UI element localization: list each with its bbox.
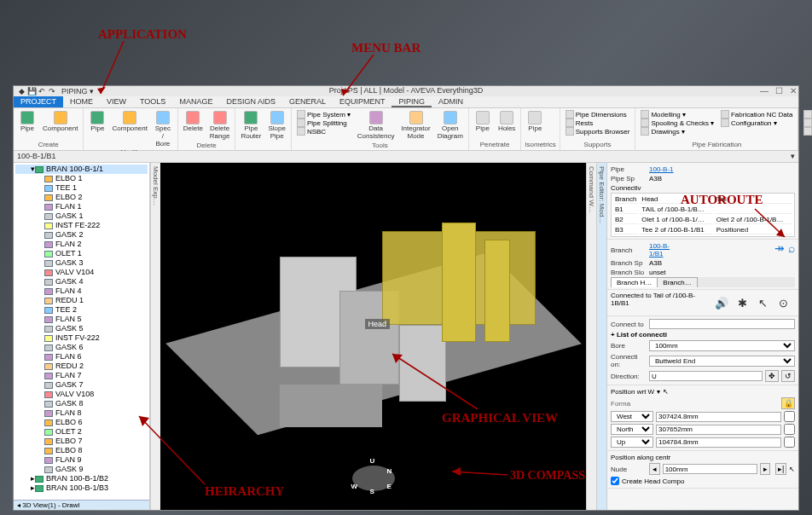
pipe-system-button[interactable]: Pipe System▾ [295,110,352,119]
tree-item[interactable]: GASK 2 [15,230,148,240]
tree-item[interactable]: GASK 8 [15,399,148,408]
target-icon[interactable]: ⊙ [774,295,792,310]
connect-to-input[interactable] [649,319,795,329]
nsbc-button[interactable]: NSBC [295,127,352,136]
tree-branch[interactable]: ▸BRAN 100-B-1/B2 [15,474,148,483]
delete-button[interactable]: Delete [182,110,205,142]
pipe-router-button[interactable]: Pipe Router [239,110,263,142]
3d-view[interactable]: Head U N E S W [160,163,586,510]
tree-item[interactable]: ELBO 7 [15,437,148,446]
tree-item[interactable]: INST FE-222 [15,221,148,230]
slope-pipe-button[interactable]: Slope Pipe [266,110,287,142]
tree-item[interactable]: FLAN 4 [15,286,148,296]
3d-compass[interactable]: U N E S W [348,459,399,497]
tab-piping[interactable]: PIPING [392,96,432,107]
tab-admin[interactable]: ADMIN [432,96,470,107]
tab-design-aids[interactable]: DESIGN AIDS [219,96,282,107]
pipe-splitting-button[interactable]: Pipe Splitting [295,119,352,127]
bore-select[interactable]: 100mm [649,340,795,351]
north-lock[interactable] [784,424,795,435]
autoroute-forward-icon[interactable]: ↠ [774,241,785,255]
supports-browser-button[interactable]: Supports Browser [564,127,632,136]
branch-link[interactable]: 100-B- 1/B1 [649,242,670,258]
nudge-fwd-icon[interactable]: ▸ [760,463,771,475]
tree-item[interactable]: OLET 1 [15,249,148,258]
sound-icon[interactable]: 🔊 [713,295,730,310]
tab-project[interactable]: PROJECT [14,96,63,107]
tree-branch[interactable]: ▸BRAN 100-B-1/B3 [15,483,148,493]
fab-nc-button[interactable]: Fabrication NC Data [719,110,794,119]
tree-item[interactable]: FLAN 2 [15,240,148,249]
west-lock[interactable] [784,411,795,422]
tree-item[interactable]: REDU 1 [15,296,148,305]
modify-component-button[interactable]: Component [111,110,148,148]
undo-icon[interactable]: ↶ [38,87,46,95]
save-icon[interactable]: 💾 [27,87,36,95]
tree-item[interactable]: FLAN 1 [15,202,148,211]
delete-range-button[interactable]: Delete Range [208,110,232,142]
maximize-button[interactable]: ☐ [775,86,783,95]
tree-item[interactable]: OLET 2 [15,427,148,437]
modelling-button[interactable]: Modelling▾ [639,110,716,119]
tree-item[interactable]: ELBO 8 [15,446,148,455]
tree-root[interactable]: ▾ BRAN 100-B-1/1 [15,165,148,174]
tab-tools[interactable]: TOOLS [133,96,172,107]
qat-dropdown-icon[interactable]: ▾ [90,87,94,95]
west-select[interactable]: West [611,411,653,422]
tree-item[interactable]: FLAN 5 [15,315,148,324]
tree-item[interactable]: GASK 5 [15,324,148,333]
table-row[interactable]: B3Tee 2 of /100-B-1/B1Positioned [613,226,792,234]
tab-branch-tail[interactable]: Branch… [657,277,697,287]
tree-item[interactable]: INST FV-222 [15,333,148,343]
up-select[interactable]: Up [611,437,653,448]
psi-defaults-button[interactable]: Modify PSI Defaults [802,119,812,127]
lock-icon[interactable]: 🔒 [781,397,795,409]
tree-item[interactable]: TEE 1 [15,183,148,193]
holes-button[interactable]: Holes [496,110,517,141]
autoroute-show-icon[interactable]: ⌕ [788,241,795,255]
create-head-checkbox[interactable] [611,477,619,485]
tree-footer[interactable]: ◂ 3D View(1) - Drawl [14,500,149,510]
close-button[interactable]: ✕ [790,86,797,95]
open-diagram-button[interactable]: Open Diagram [436,110,465,142]
tree-item[interactable]: VALV V104 [15,268,148,277]
connection-select[interactable]: Buttweld End [649,356,795,367]
table-row[interactable]: B2Olet 1 of /100-B-1/…Olet 2 of /100-B-1… [613,216,792,224]
nudge-end-icon[interactable]: ▸| [775,463,786,475]
tree-item[interactable]: ELBO 1 [15,174,148,183]
tree-item[interactable]: GASK 6 [15,343,148,352]
create-component-button[interactable]: Component [41,110,79,141]
tree-item[interactable]: GASK 7 [15,380,148,390]
tree-item[interactable]: REDU 2 [15,362,148,371]
cursor-pick-icon[interactable]: ↖ [789,466,795,473]
restraint-attrs-button[interactable]: Modify Restraint Attributes [802,127,812,136]
model-explorer-tab[interactable]: Model Exp… [150,163,160,510]
cursor-icon[interactable]: ↖ [754,295,771,310]
integrator-mode-button[interactable]: Integrator Mode [399,110,432,142]
tree-item[interactable]: FLAN 7 [15,371,148,380]
tab-equipment[interactable]: EQUIPMENT [333,96,392,107]
breadcrumb[interactable]: 100-B-1/B1 ▾ [14,151,798,163]
psi-button[interactable]: Pipe Stress Interface [802,110,812,119]
up-lock[interactable] [784,437,795,448]
direction-reset-icon[interactable]: ↺ [781,370,795,382]
data-consistency-button[interactable]: Data Consistency [356,110,397,142]
penetrate-pipe-button[interactable]: Pipe [473,110,493,141]
drawings-button[interactable]: Drawings▾ [639,127,716,136]
tree-item[interactable]: VALV V108 [15,390,148,399]
tab-manage[interactable]: MANAGE [172,96,219,107]
nudge-back-icon[interactable]: ◂ [649,463,660,475]
tree-item[interactable]: ELBO 2 [15,193,148,202]
position-cursor-icon[interactable]: ↖ [663,388,669,396]
direction-pick-icon[interactable]: ✥ [765,370,779,382]
tab-branch-head[interactable]: Branch H… [611,277,658,287]
table-row[interactable]: B1TAIL of /100-B-1/B… [613,205,792,214]
west-input[interactable] [656,412,781,422]
redo-icon[interactable]: ↷ [48,87,56,95]
create-pipe-button[interactable]: Pipe [17,110,38,141]
position-dropdown-icon[interactable]: ▾ [657,388,660,396]
tree-item[interactable]: TEE 2 [15,305,148,315]
pipe-link[interactable]: 100-B-1 [649,165,673,173]
north-input[interactable] [656,425,781,435]
tree-item[interactable]: GASK 3 [15,258,148,268]
